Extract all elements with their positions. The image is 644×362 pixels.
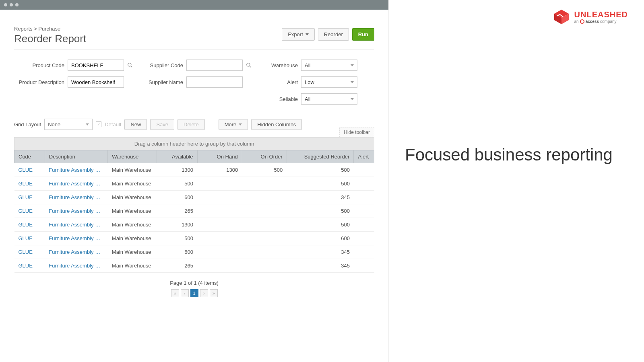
cell-onorder (242, 259, 287, 273)
table-row[interactable]: GLUEFurniture Assembly GlueMain Warehous… (14, 191, 374, 204)
col-onhand[interactable]: On Hand (197, 150, 242, 163)
cell-description[interactable]: Furniture Assembly Glue (45, 259, 108, 273)
supplier-code-label: Supplier Code (145, 62, 183, 68)
cell-onhand (197, 245, 242, 259)
cell-code[interactable]: GLUE (14, 245, 45, 259)
table-row[interactable]: GLUEFurniture Assembly GlueMain Warehous… (14, 177, 374, 191)
product-description-input[interactable] (68, 76, 124, 88)
cell-available: 1300 (157, 218, 197, 232)
supplier-name-label: Supplier Name (145, 79, 183, 85)
col-available[interactable]: Available (157, 150, 197, 163)
sellable-select[interactable]: All (301, 93, 357, 105)
hidden-columns-button[interactable]: Hidden Columns (251, 119, 302, 130)
cell-code[interactable]: GLUE (14, 177, 45, 191)
page-prev-button[interactable]: ‹ (181, 289, 189, 297)
cell-alert (354, 245, 374, 259)
window-dot-icon (10, 3, 13, 6)
cell-onorder (242, 177, 287, 191)
cell-onorder (242, 232, 287, 245)
cell-warehouse: Main Warehouse (108, 177, 157, 191)
chevron-down-icon (351, 81, 354, 83)
cell-alert (354, 163, 374, 177)
cell-available: 1300 (157, 163, 197, 177)
cell-description[interactable]: Furniture Assembly Glue (45, 177, 108, 191)
cell-description[interactable]: Furniture Assembly Glue (45, 232, 108, 245)
chevron-down-icon (351, 98, 354, 100)
table-row[interactable]: GLUEFurniture Assembly GlueMain Warehous… (14, 245, 374, 259)
supplier-code-input[interactable] (186, 60, 243, 71)
cell-description[interactable]: Furniture Assembly Glue (45, 218, 108, 232)
breadcrumb[interactable]: Reports > Purchase (14, 26, 86, 32)
cell-description[interactable]: Furniture Assembly Glue (45, 191, 108, 204)
cell-onhand (197, 191, 242, 204)
cell-onorder (242, 191, 287, 204)
page-first-button[interactable]: « (171, 289, 179, 297)
search-icon[interactable] (246, 62, 252, 68)
run-button[interactable]: Run (352, 28, 374, 41)
col-warehouse[interactable]: Warehouse (108, 150, 157, 163)
cell-description[interactable]: Furniture Assembly Glue (45, 204, 108, 218)
group-drop-zone[interactable]: Drag a column header here to group by th… (14, 137, 374, 150)
page-last-button[interactable]: » (210, 289, 218, 297)
col-suggested[interactable]: Suggested Reorder (287, 150, 354, 163)
search-icon[interactable] (127, 62, 133, 68)
new-button[interactable]: New (124, 119, 147, 130)
supplier-name-input[interactable] (186, 76, 243, 88)
product-description-label: Product Description (14, 79, 64, 85)
cell-warehouse: Main Warehouse (108, 218, 157, 232)
delete-button[interactable]: Delete (178, 119, 205, 130)
hide-toolbar-button[interactable]: Hide toolbar (339, 128, 374, 137)
product-code-input[interactable] (68, 60, 124, 71)
alert-label: Alert (264, 79, 298, 85)
table-row[interactable]: GLUEFurniture Assembly GlueMain Warehous… (14, 163, 374, 177)
col-onorder[interactable]: On Order (242, 150, 287, 163)
cell-onorder (242, 218, 287, 232)
col-alert[interactable]: Alert (354, 150, 374, 163)
table-row[interactable]: GLUEFurniture Assembly GlueMain Warehous… (14, 204, 374, 218)
browser-titlebar (0, 0, 388, 10)
cell-onorder (242, 204, 287, 218)
cell-code[interactable]: GLUE (14, 259, 45, 273)
cell-warehouse: Main Warehouse (108, 163, 157, 177)
cell-code[interactable]: GLUE (14, 163, 45, 177)
slide-headline: Focused business reporting (405, 145, 628, 165)
cell-suggested: 500 (287, 218, 354, 232)
brand-sub-brand: access (586, 19, 599, 24)
cell-onorder (242, 245, 287, 259)
cell-suggested: 345 (287, 191, 354, 204)
cell-onhand (197, 218, 242, 232)
table-row[interactable]: GLUEFurniture Assembly GlueMain Warehous… (14, 232, 374, 245)
product-code-label: Product Code (14, 62, 64, 68)
cell-available: 500 (157, 177, 197, 191)
col-code[interactable]: Code (14, 150, 45, 163)
warehouse-select[interactable]: All (301, 60, 357, 71)
cell-description[interactable]: Furniture Assembly Glue (45, 163, 108, 177)
cell-available: 600 (157, 191, 197, 204)
svg-point-0 (128, 63, 131, 66)
page-current-button[interactable]: 1 (190, 289, 198, 297)
export-button[interactable]: Export (282, 28, 315, 41)
cell-code[interactable]: GLUE (14, 218, 45, 232)
page-title: Reorder Report (14, 33, 86, 45)
cell-code[interactable]: GLUE (14, 204, 45, 218)
window-dot-icon (15, 3, 19, 6)
table-row[interactable]: GLUEFurniture Assembly GlueMain Warehous… (14, 218, 374, 232)
reorder-button[interactable]: Reorder (318, 28, 349, 41)
cell-code[interactable]: GLUE (14, 232, 45, 245)
reorder-table: Code Description Warehouse Available On … (14, 150, 374, 273)
cell-warehouse: Main Warehouse (108, 191, 157, 204)
export-label: Export (288, 31, 303, 37)
cell-warehouse: Main Warehouse (108, 259, 157, 273)
cell-available: 500 (157, 232, 197, 245)
default-checkbox[interactable]: ✓ (96, 121, 101, 127)
alert-select[interactable]: Low (301, 76, 357, 88)
save-button[interactable]: Save (150, 119, 174, 130)
grid-layout-select[interactable]: None (44, 119, 93, 130)
table-row[interactable]: GLUEFurniture Assembly GlueMain Warehous… (14, 259, 374, 273)
page-next-button[interactable]: › (200, 289, 208, 297)
cell-description[interactable]: Furniture Assembly Glue (45, 245, 108, 259)
more-button[interactable]: More (219, 119, 248, 130)
cell-code[interactable]: GLUE (14, 191, 45, 204)
col-description[interactable]: Description (45, 150, 108, 163)
cell-suggested: 345 (287, 259, 354, 273)
